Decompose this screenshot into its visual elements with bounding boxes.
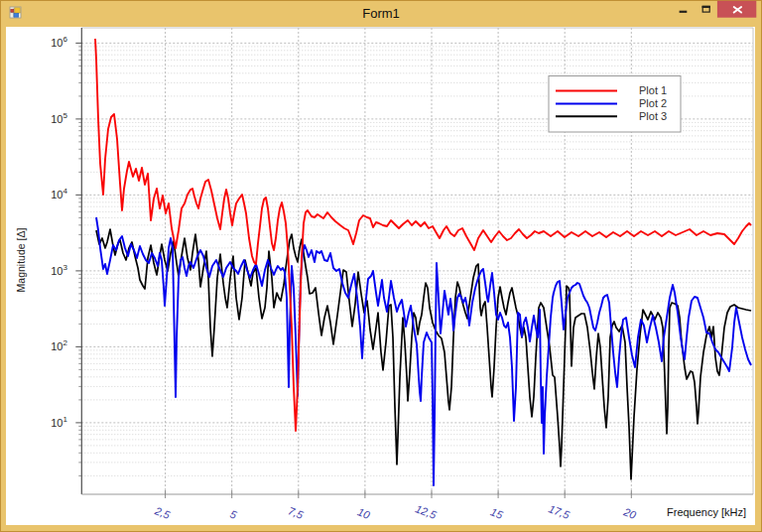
svg-text:10: 10 [51,37,63,49]
svg-text:4: 4 [64,187,68,196]
svg-text:Plot 3: Plot 3 [639,110,667,122]
svg-text:Form1: Form1 [362,6,400,21]
svg-text:1: 1 [64,415,68,424]
svg-text:2: 2 [64,338,68,347]
svg-text:Plot 1: Plot 1 [639,84,667,96]
svg-text:5: 5 [64,111,68,120]
svg-text:6: 6 [64,35,68,44]
svg-text:3: 3 [64,263,68,272]
svg-text:Plot 2: Plot 2 [639,97,667,109]
svg-text:10: 10 [51,189,63,200]
svg-text:10: 10 [51,265,63,277]
svg-text:Frequency [kHz]: Frequency [kHz] [667,506,746,518]
svg-text:Magnitude [Δ]: Magnitude [Δ] [15,228,27,293]
svg-text:10: 10 [51,340,63,352]
svg-text:10: 10 [51,417,63,429]
svg-text:10: 10 [51,113,63,125]
